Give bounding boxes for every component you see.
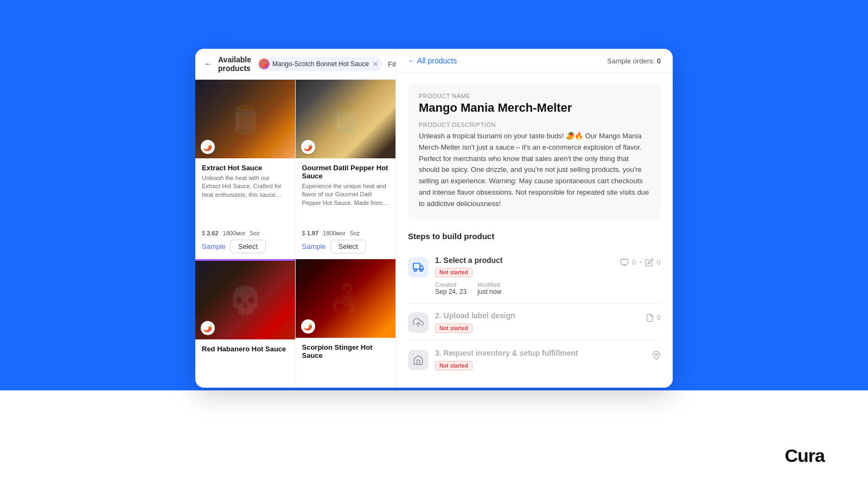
step-1-modified-label: Modified bbox=[477, 281, 501, 288]
size-extract: 5oz bbox=[250, 230, 260, 236]
products-grid: 🫙 🌶️ Extract Hot Sauce Unleash the heat … bbox=[195, 80, 395, 388]
step-1-title: 1. Select a product bbox=[435, 256, 614, 265]
step-2-icon bbox=[408, 312, 429, 333]
right-header: ← All products Sample orders: 0 bbox=[396, 49, 673, 73]
product-name-scorpion: Scorpion Stinger Hot Sauce bbox=[302, 343, 390, 359]
product-bottle-icon-extract: 🌶️ bbox=[201, 140, 215, 154]
product-description: Unleash a tropical tsunami on your taste… bbox=[419, 131, 650, 210]
product-detail-name: Mango Mania Merch-Melter bbox=[419, 101, 650, 115]
step-1-created-value: Sep 24, 23 bbox=[435, 288, 467, 296]
product-image-extract: 🫙 🌶️ bbox=[195, 80, 295, 158]
step-1-dot: • bbox=[639, 258, 642, 266]
sample-button-gourmet[interactable]: Sample bbox=[302, 240, 326, 253]
product-name-habanero: Red Habanero Hot Sauce bbox=[202, 345, 289, 353]
select-button-gourmet[interactable]: Select bbox=[330, 240, 366, 253]
step-1-icon bbox=[408, 257, 429, 278]
step-2-title: 2. Upload label design bbox=[435, 311, 639, 320]
tab-close-button[interactable]: ✕ bbox=[373, 60, 378, 68]
product-card-scorpion: 🦂 🌶️ Scorpion Stinger Hot Sauce bbox=[296, 259, 396, 387]
active-tab-label: Mango-Scotch Bonnet Hot Sauce bbox=[272, 60, 369, 68]
right-body: Product Name Mango Mania Merch-Melter Pr… bbox=[396, 73, 673, 388]
available-products-title: Available products bbox=[218, 55, 251, 73]
cura-brand: Cura bbox=[785, 445, 825, 466]
step-3-icon bbox=[408, 350, 429, 370]
svg-point-1 bbox=[414, 269, 417, 271]
price-extract: $ 2.62 bbox=[202, 230, 219, 236]
price-gourmet: $ 1.97 bbox=[302, 230, 319, 236]
product-detail-card: Product Name Mango Mania Merch-Melter Pr… bbox=[408, 83, 661, 220]
product-card-extract: 🫙 🌶️ Extract Hot Sauce Unleash the heat … bbox=[195, 80, 296, 259]
weight-gourmet: 1800мог bbox=[323, 230, 346, 236]
active-tab[interactable]: 🌶️ Mango-Scotch Bonnet Hot Sauce ✕ bbox=[257, 57, 382, 71]
product-bottle-icon-gourmet: 🌶️ bbox=[301, 140, 315, 154]
sample-orders-count: 0 bbox=[657, 57, 661, 65]
back-button[interactable]: ← bbox=[204, 59, 213, 69]
step-1-modified-value: just now bbox=[477, 288, 501, 296]
sample-orders-info: Sample orders: 0 bbox=[607, 57, 661, 65]
product-desc-extract: Unleash the heat with our Extract Hot Sa… bbox=[202, 174, 289, 199]
left-header: ← Available products 🌶️ Mango-Scotch Bon… bbox=[195, 49, 395, 80]
product-card-gourmet: 🫙 🌶️ Gourmet Datil Pepper Hot Sauce Expe… bbox=[296, 80, 396, 259]
product-desc-gourmet: Experience the unique heat and flavor of… bbox=[302, 182, 390, 207]
step-3-title: 3. Request inventory & setup fulfillment bbox=[435, 349, 646, 357]
product-image-scorpion: 🦂 🌶️ bbox=[296, 259, 396, 338]
sample-button-extract[interactable]: Sample bbox=[202, 240, 226, 253]
product-image-gourmet: 🫙 🌶️ bbox=[296, 80, 396, 158]
product-image-habanero: 💀 🌶️ bbox=[195, 261, 295, 339]
product-name-gourmet: Gourmet Datil Pepper Hot Sauce bbox=[302, 164, 390, 180]
svg-rect-3 bbox=[621, 259, 628, 264]
step-1-status: Not started bbox=[435, 268, 473, 277]
step-1-counts: 0 • 0 bbox=[620, 258, 661, 267]
right-panel: ← All products Sample orders: 0 Product … bbox=[396, 49, 673, 388]
step-2-status: Not started bbox=[435, 324, 473, 333]
svg-point-5 bbox=[655, 353, 658, 355]
step-3: 3. Request inventory & setup fulfillment… bbox=[408, 341, 661, 378]
step-2-count: 0 bbox=[646, 313, 661, 322]
step-2: 2. Upload label design Not started 0 bbox=[408, 304, 661, 341]
svg-rect-0 bbox=[413, 263, 420, 269]
product-bottle-icon-scorpion: 🌶️ bbox=[301, 319, 315, 333]
product-card-habanero: 💀 🌶️ Red Habanero Hot Sauce bbox=[195, 259, 296, 387]
left-panel: ← Available products 🌶️ Mango-Scotch Bon… bbox=[195, 49, 396, 388]
svg-point-2 bbox=[420, 269, 422, 271]
step-1-created-label: Created bbox=[435, 281, 467, 288]
select-button-extract[interactable]: Select bbox=[230, 240, 266, 253]
step-3-location-icon bbox=[652, 351, 661, 362]
weight-extract: 1800мог bbox=[223, 230, 246, 236]
back-all-products-button[interactable]: ← All products bbox=[408, 56, 457, 65]
product-name-extract: Extract Hot Sauce bbox=[202, 164, 289, 172]
size-gourmet: 5oz bbox=[350, 230, 360, 236]
steps-title: Steps to build product bbox=[408, 232, 661, 241]
product-description-label: Product Description bbox=[419, 121, 650, 128]
steps-section: Steps to build product bbox=[408, 232, 661, 378]
step-3-status: Not started bbox=[435, 361, 473, 370]
step-1: 1. Select a product Not started Created bbox=[408, 248, 661, 304]
product-name-label: Product Name bbox=[419, 93, 650, 99]
